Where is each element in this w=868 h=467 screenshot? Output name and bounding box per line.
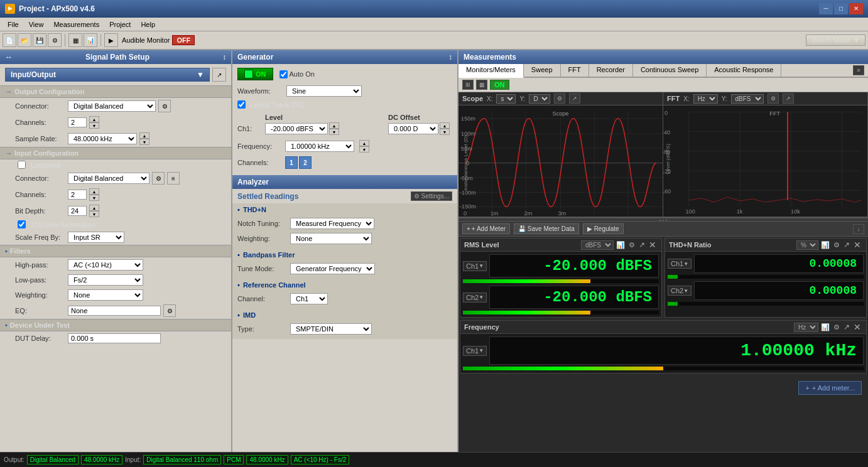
menu-help[interactable]: Help xyxy=(136,19,160,30)
tune-mode-select[interactable]: Generator Frequency xyxy=(290,263,375,274)
rms-chart-icon[interactable]: 📊 xyxy=(615,241,626,249)
output-channels-input[interactable] xyxy=(68,117,87,127)
tabs-more-btn[interactable]: ≡ xyxy=(853,65,864,75)
freq-close-icon[interactable]: ✕ xyxy=(852,322,862,332)
thdn-ch1-label[interactable]: Ch1 ▼ xyxy=(668,259,692,269)
fft-x-select[interactable]: Hz xyxy=(693,94,718,104)
rms-unit-select[interactable]: dBFS xyxy=(581,240,614,250)
tab-monitors-meters[interactable]: Monitors/Meters xyxy=(458,64,524,78)
audible-monitor-toggle[interactable]: OFF xyxy=(172,35,195,45)
meter-btn[interactable]: 📊 xyxy=(84,33,97,47)
freq-ch1-label[interactable]: Ch1 ▼ xyxy=(463,346,487,356)
input-bitdepth-input[interactable] xyxy=(68,206,87,216)
ch1-dc-select[interactable]: 0.000 D xyxy=(388,123,438,134)
ch1-dc-up[interactable]: ▲ xyxy=(440,122,450,129)
input-connector-gear[interactable]: ⚙ xyxy=(152,172,165,185)
new-btn[interactable]: 📄 xyxy=(3,33,16,47)
rms-ch2-label[interactable]: Ch2 ▼ xyxy=(463,293,487,303)
thdn-unit-select[interactable]: % xyxy=(796,240,818,250)
output-channels-up[interactable]: ▲ xyxy=(89,116,99,122)
add-meter-btn[interactable]: + + Add Meter xyxy=(462,223,510,234)
fft-expand-btn[interactable]: ↗ xyxy=(783,94,794,104)
minimize-button[interactable]: ─ xyxy=(819,3,833,14)
input-connector-list[interactable]: ≡ xyxy=(167,172,180,185)
panel-btn[interactable]: ▦ xyxy=(68,33,82,47)
rms-close-icon[interactable]: ✕ xyxy=(648,240,658,250)
maximize-button[interactable]: □ xyxy=(834,3,848,14)
frequency-up[interactable]: ▲ xyxy=(359,140,369,146)
thdn-ch2-label[interactable]: Ch2 ▼ xyxy=(668,286,692,296)
menu-measurements[interactable]: Measurements xyxy=(48,19,104,30)
imd-type-select[interactable]: SMPTE/DIN xyxy=(290,323,372,335)
frequency-select[interactable]: 1.00000 kHz xyxy=(285,141,354,152)
save-btn[interactable]: 💾 xyxy=(33,33,46,47)
thdn-chart-icon[interactable]: 📊 xyxy=(820,241,831,249)
ch1-btn[interactable]: 1 xyxy=(285,156,298,169)
generator-on-btn[interactable]: ON xyxy=(237,68,273,80)
highpass-select[interactable]: AC (<10 Hz) xyxy=(68,259,143,271)
freq-gear-icon[interactable]: ⚙ xyxy=(832,323,841,331)
thdn-expand-icon[interactable]: ↗ xyxy=(842,240,851,249)
signal-path-expand[interactable]: ↕ xyxy=(222,53,226,62)
scope-settings-btn[interactable]: ⚙ xyxy=(554,94,565,104)
scope-copy-btn[interactable]: ⊞ xyxy=(462,80,474,90)
weighting-select[interactable]: None xyxy=(68,289,143,301)
thdn-weighting-select[interactable]: None xyxy=(290,233,372,244)
levels-track-check[interactable] xyxy=(237,100,246,109)
settings-btn[interactable]: ⚙ xyxy=(48,33,62,47)
meters-expand-btn[interactable]: ↓ xyxy=(853,224,864,234)
ch1-level-select[interactable]: -20.000 dBFS xyxy=(265,123,328,134)
ch1-dc-down[interactable]: ▼ xyxy=(440,129,450,135)
output-connector-gear[interactable]: ⚙ xyxy=(158,100,171,112)
input-bitdepth-down[interactable]: ▼ xyxy=(89,211,99,217)
scale-freq-select[interactable]: Input SR xyxy=(68,232,124,243)
freq-expand-icon[interactable]: ↗ xyxy=(842,323,851,331)
tab-recorder[interactable]: Recorder xyxy=(589,64,633,77)
lowpass-select[interactable]: Fs/2 xyxy=(68,274,143,286)
output-samplerate-select[interactable]: 48.0000 kHz xyxy=(68,133,137,144)
notch-tuning-select[interactable]: Measured Frequency xyxy=(290,218,374,229)
tab-continuous-sweep[interactable]: Continuous Sweep xyxy=(633,64,707,77)
tab-acoustic-response[interactable]: Acoustic Response xyxy=(707,64,781,77)
menu-project[interactable]: Project xyxy=(104,19,136,30)
freq-chart-icon[interactable]: 📊 xyxy=(820,323,831,331)
rms-gear-icon[interactable]: ⚙ xyxy=(627,241,636,249)
ch1-level-down[interactable]: ▼ xyxy=(329,129,339,135)
tab-fft[interactable]: FFT xyxy=(561,64,589,77)
eq-gear[interactable]: ⚙ xyxy=(163,304,176,317)
output-samplerate-down[interactable]: ▼ xyxy=(139,139,149,145)
scope-x-select[interactable]: s xyxy=(496,94,516,104)
rms-expand-icon[interactable]: ↗ xyxy=(637,240,646,249)
freq-unit-select[interactable]: Hz xyxy=(794,323,818,332)
input-connector-select[interactable]: Digital Balanced xyxy=(68,173,149,184)
termination-check[interactable] xyxy=(18,220,26,228)
input-channels-down[interactable]: ▼ xyxy=(89,195,99,201)
scope-expand-btn[interactable]: ↗ xyxy=(569,94,580,104)
settings-button[interactable]: ⚙ Settings... xyxy=(411,191,452,201)
input-channels-up[interactable]: ▲ xyxy=(89,188,99,195)
bench-mode-btn[interactable]: Bench Mode ▼ xyxy=(806,35,865,46)
ch1-level-up[interactable]: ▲ xyxy=(329,122,339,129)
fft-settings-btn[interactable]: ⚙ xyxy=(768,94,779,104)
add-meter-bottom-btn[interactable]: + + Add meter... xyxy=(798,381,862,395)
generator-pin[interactable]: ↕ xyxy=(448,53,452,62)
rms-ch1-label[interactable]: Ch1 ▼ xyxy=(463,261,487,271)
output-connector-select[interactable]: Digital Balanced xyxy=(68,100,156,112)
output-channels-down[interactable]: ▼ xyxy=(89,122,99,129)
menu-file[interactable]: File xyxy=(3,19,24,30)
fft-y-select[interactable]: dBFS xyxy=(731,94,764,104)
close-button[interactable]: ✕ xyxy=(849,3,863,14)
waveform-select[interactable]: Sine xyxy=(286,85,362,97)
io-dropdown[interactable]: Input/Output ▼ xyxy=(5,68,210,82)
tab-sweep[interactable]: Sweep xyxy=(524,64,561,77)
channel-select[interactable]: Ch1 xyxy=(290,293,328,304)
input-channels-input[interactable] xyxy=(68,190,87,200)
ch2-btn[interactable]: 2 xyxy=(299,156,312,169)
auto-on-check[interactable] xyxy=(279,70,288,78)
frequency-down[interactable]: ▼ xyxy=(359,146,369,153)
eq-input[interactable] xyxy=(68,306,161,316)
io-expand-btn[interactable]: ↗ xyxy=(212,68,226,82)
input-bitdepth-up[interactable]: ▲ xyxy=(89,205,99,211)
open-btn[interactable]: 📂 xyxy=(18,33,31,47)
scope-y-select[interactable]: D xyxy=(529,94,550,104)
